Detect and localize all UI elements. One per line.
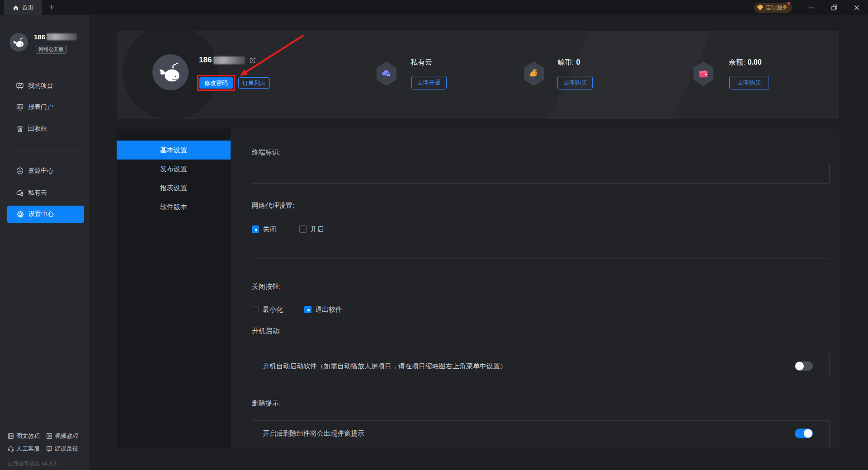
open-now-button[interactable]: 立即开通 (411, 76, 447, 89)
headset-icon (8, 446, 14, 452)
autostart-toggle-off[interactable] (795, 362, 813, 371)
whale-logo-icon (157, 59, 184, 85)
delete-tip-description: 开启后删除组件将会出现弹窗提示 (263, 429, 364, 438)
notification-dot (788, 2, 790, 5)
close-icon (854, 5, 859, 10)
whale-coin-orange-icon (528, 68, 540, 80)
autostart-row: 开机自动启动软件（如需自动播放大屏项目，请在项目缩略图右上角菜单中设置） (252, 353, 830, 379)
account-banner: 186 修改密码 订单列表 私有云 立即开通 (117, 31, 839, 119)
footer-link-label: 人工客服 (16, 445, 40, 453)
footer-link-feedback[interactable]: 建议反馈 (46, 445, 78, 453)
checkbox-checked[interactable] (304, 306, 311, 313)
toggle-knob (804, 429, 812, 438)
sidebar-divider (13, 150, 78, 150)
banner-username: 186 (199, 56, 256, 65)
plan-badge: 网络公开版 (36, 45, 67, 54)
gear-icon (16, 210, 24, 218)
checkbox-checked[interactable] (252, 226, 259, 233)
sidebar: 186 网络公开版 我的项目 报表门户 回收站 资源中心 (0, 15, 90, 470)
trash-icon (16, 125, 24, 133)
balance-hexagon (693, 61, 714, 86)
sidebar-item-label: 回收站 (28, 125, 47, 133)
project-board-icon (16, 82, 24, 90)
sidebar-username: 186 (34, 33, 77, 41)
feedback-icon (46, 446, 52, 452)
close-option-minimize[interactable]: 最小化 (252, 305, 283, 314)
network-proxy-label: 网络代理设置: (252, 202, 294, 210)
footer-link-doc-tutorial[interactable]: 图文教程 (8, 432, 40, 440)
tab-home[interactable]: 首页 (4, 0, 42, 15)
report-portal-icon (16, 103, 24, 111)
sidebar-item-resource-center[interactable]: 资源中心 (0, 164, 90, 178)
section-divider (252, 258, 830, 259)
cloud-lock-icon (16, 189, 24, 197)
sidebar-item-report-portal[interactable]: 报表门户 (0, 100, 90, 114)
order-list-button[interactable]: 订单列表 (238, 77, 270, 89)
private-cloud-purple-icon (381, 68, 392, 80)
custom-service-label: 定制服务 (766, 4, 788, 12)
username-prefix: 186 (199, 56, 212, 65)
footer-link-video-tutorial[interactable]: 视频教程 (46, 432, 78, 440)
banner-avatar (152, 54, 189, 90)
change-password-button[interactable]: 修改密码 (199, 77, 233, 89)
close-button[interactable] (848, 0, 866, 15)
terminal-id-input[interactable] (252, 163, 830, 184)
restore-icon (831, 5, 837, 10)
username-prefix: 186 (34, 33, 45, 41)
close-option-exit[interactable]: 退出软件 (304, 305, 342, 314)
username-masked-blur (213, 56, 245, 64)
sidebar-item-recycle-bin[interactable]: 回收站 (0, 122, 90, 136)
video-tutorial-icon (46, 433, 52, 439)
sidebar-item-label: 我的项目 (28, 82, 53, 90)
buy-coin-button[interactable]: 立即购买 (557, 76, 593, 89)
footer-link-label: 建议反馈 (55, 445, 78, 453)
wallet-pink-icon (698, 68, 709, 80)
tab-basic-settings[interactable]: 基本设置 (117, 141, 231, 160)
proxy-option-on[interactable]: 开启 (299, 225, 324, 234)
card-title-private-cloud: 私有云 (410, 58, 434, 67)
option-label: 退出软件 (315, 306, 342, 314)
footer-link-label: 视频教程 (55, 432, 78, 440)
custom-service-badge[interactable]: 定制服务 (754, 3, 792, 13)
tab-home-label: 首页 (22, 4, 34, 12)
home-icon (13, 5, 19, 11)
buy-balance-button[interactable]: 立即购买 (729, 76, 769, 89)
edit-username-icon[interactable] (250, 57, 256, 63)
close-button-label: 关闭按钮: (252, 282, 281, 291)
sidebar-item-settings-center[interactable]: 设置中心 (7, 206, 84, 223)
option-label: 关闭 (263, 225, 276, 234)
footer-link-support[interactable]: 人工客服 (8, 445, 40, 453)
restore-button[interactable] (825, 0, 843, 15)
autostart-description: 开机自动启动软件（如需自动播放大屏项目，请在项目缩略图右上角菜单中设置） (263, 362, 507, 371)
sidebar-divider (13, 65, 78, 65)
toggle-knob (795, 362, 804, 371)
tab-report-settings[interactable]: 报表设置 (117, 179, 231, 197)
sidebar-item-label: 报表门户 (28, 103, 53, 111)
titlebar: 首页 + 定制服务 (0, 0, 868, 15)
sidebar-item-label: 资源中心 (28, 167, 53, 175)
delete-tip-toggle-on[interactable] (795, 429, 813, 438)
checkbox-unchecked[interactable] (252, 306, 259, 313)
resource-hexagon-icon (16, 167, 24, 175)
doc-tutorial-icon (8, 433, 14, 439)
username-masked-blur (47, 33, 77, 40)
settings-tab-column: 基本设置 发布设置 报表设置 软件版本 (117, 129, 231, 448)
tab-software-version[interactable]: 软件版本 (117, 197, 231, 216)
whale-logo-icon (12, 36, 26, 49)
minimize-button[interactable] (802, 0, 821, 15)
autostart-label: 开机启动: (252, 327, 281, 335)
option-label: 最小化 (263, 306, 283, 314)
sidebar-item-private-cloud[interactable]: 私有云 (0, 186, 90, 200)
sidebar-item-label: 私有云 (28, 189, 47, 197)
delete-tip-label: 删除提示: (252, 399, 281, 408)
new-tab-button[interactable]: + (45, 0, 58, 15)
settings-content: 终端标识: 网络代理设置: 关闭 开启 关闭按钮: 最小化 退出软件 开机启动:… (231, 129, 839, 448)
proxy-option-off[interactable]: 关闭 (252, 225, 276, 234)
minimize-icon (809, 5, 814, 10)
sidebar-item-my-projects[interactable]: 我的项目 (0, 79, 90, 93)
checkbox-unchecked[interactable] (299, 226, 307, 233)
tab-publish-settings[interactable]: 发布设置 (117, 160, 231, 179)
sidebar-item-label: 设置中心 (28, 210, 54, 218)
delete-tip-row: 开启后删除组件将会出现弹窗提示 (252, 420, 830, 448)
card-title-whale-coin: 鲸币: 0 (557, 58, 580, 67)
